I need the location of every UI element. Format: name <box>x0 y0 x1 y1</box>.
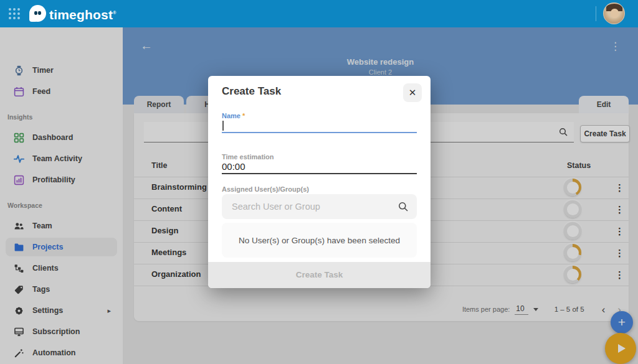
topbar-divider <box>596 6 596 21</box>
name-field-label: Name * <box>222 112 245 119</box>
user-avatar[interactable] <box>603 2 625 24</box>
create-task-dialog: Create Task ✕ Name * Time estimation 00:… <box>208 76 431 288</box>
registered-mark: ® <box>113 11 116 15</box>
create-task-submit-button-disabled[interactable]: Create Task <box>208 262 431 288</box>
user-group-search-input[interactable] <box>222 194 417 219</box>
assigned-users-label: Assigned User(s)/Group(s) <box>222 185 309 193</box>
time-estimation-label: Time estimation <box>222 153 274 161</box>
timeghost-logo-icon <box>29 4 47 23</box>
app-root: timeghost® Timer Feed Insights Dashboard… <box>0 0 638 364</box>
task-name-input[interactable] <box>222 119 417 132</box>
app-launcher-icon[interactable] <box>9 8 20 19</box>
time-estimation-value[interactable]: 00:00 <box>222 161 245 172</box>
empty-selection-message: No User(s) or Group(s) have been selecte… <box>222 223 417 258</box>
time-field-underline <box>222 173 417 174</box>
text-cursor <box>222 121 224 131</box>
brand-logo-text: timeghost® <box>49 0 117 27</box>
dialog-title: Create Task <box>222 85 281 98</box>
close-icon[interactable]: ✕ <box>403 83 422 102</box>
top-app-bar: timeghost® <box>0 0 638 27</box>
search-icon <box>398 202 408 212</box>
user-group-search-field[interactable] <box>222 194 417 219</box>
required-asterisk: * <box>242 112 245 119</box>
name-field-underline <box>222 132 417 133</box>
